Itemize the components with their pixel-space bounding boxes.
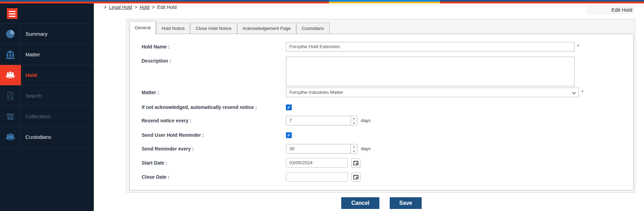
spinner-up-icon[interactable]: ▲ xyxy=(351,144,357,149)
spinner-up-icon[interactable]: ▲ xyxy=(351,116,357,121)
page-title: Edit Hold xyxy=(586,5,635,14)
sidebar-item-search[interactable]: Search xyxy=(0,86,94,106)
sidebar-item-label: Search xyxy=(21,86,42,106)
reminder-every-value: 30 xyxy=(289,144,295,153)
resend-every-stepper[interactable]: 7 ▲ ▼ xyxy=(286,116,357,125)
sidebar-item-matter[interactable]: Matter xyxy=(0,44,94,65)
sidebar-item-hold[interactable]: Hold xyxy=(0,65,94,86)
close-date-label: Close Date : xyxy=(142,174,282,180)
sidebar-item-label: Matter xyxy=(21,44,40,65)
custodians-group-icon xyxy=(4,132,16,142)
tab-acknowledgement-page[interactable]: Acknowledgement Page xyxy=(237,23,296,34)
matter-label: Matter : xyxy=(142,89,282,96)
save-button[interactable]: Save xyxy=(390,197,422,209)
bank-icon xyxy=(5,49,15,60)
matter-select[interactable]: Forsythe Industries Matter xyxy=(286,88,579,97)
auto-resend-label: If not acknowledged, automatically resen… xyxy=(142,104,282,110)
topbar-accent-yellow-segment xyxy=(329,2,440,3)
tab-custodians[interactable]: Custodians xyxy=(296,23,330,34)
pie-chart-icon xyxy=(5,29,15,39)
required-asterisk: * xyxy=(577,44,579,49)
breadcrumb-prefix: > xyxy=(104,4,107,10)
cancel-button[interactable]: Cancel xyxy=(341,197,379,209)
sidebar-nav: Summary Matter xyxy=(0,23,94,147)
send-reminder-checkbox[interactable] xyxy=(286,132,292,138)
hold-name-label: Hold Name : xyxy=(142,44,282,50)
breadcrumb-current: Edit Hold xyxy=(157,4,177,10)
tab-general[interactable]: General xyxy=(129,21,156,34)
hold-name-input[interactable]: Forsythe Hold Extension xyxy=(286,42,575,52)
resend-every-value: 7 xyxy=(289,116,292,125)
auto-resend-checkbox[interactable] xyxy=(286,104,292,110)
breadcrumb-separator: > xyxy=(152,4,155,10)
spinner-down-icon[interactable]: ▼ xyxy=(351,121,357,125)
reminder-every-stepper[interactable]: 30 ▲ ▼ xyxy=(286,144,357,154)
sidebar-item-collections[interactable]: Collections xyxy=(0,106,94,127)
sidebar: Summary Matter xyxy=(0,3,94,211)
breadcrumb-separator: > xyxy=(134,4,137,10)
reminder-every-label: Send Reminder every : xyxy=(142,146,282,152)
top-decorative-bar xyxy=(0,0,644,3)
tab-strip: General Hold Notice Close Hold Notice Ac… xyxy=(129,21,330,34)
required-asterisk: * xyxy=(581,89,583,95)
sidebar-item-summary[interactable]: Summary xyxy=(0,24,94,44)
send-reminder-label: Send User Hold Reminder : xyxy=(142,132,282,138)
description-textarea[interactable] xyxy=(286,57,575,86)
start-date-label: Start Date : xyxy=(142,160,282,166)
sidebar-item-custodians[interactable]: Custodians xyxy=(0,127,94,147)
document-search-icon xyxy=(5,91,15,101)
breadcrumb: > Legal Hold > Hold > Edit Hold xyxy=(104,4,177,10)
sidebar-item-label: Custodians xyxy=(21,127,51,147)
calendar-icon xyxy=(353,161,358,165)
tab-close-hold-notice[interactable]: Close Hold Notice xyxy=(190,23,237,34)
reminder-every-suffix: days xyxy=(361,144,371,154)
sidebar-item-label: Collections xyxy=(21,106,51,126)
spinner-down-icon[interactable]: ▼ xyxy=(351,149,357,153)
breadcrumb-link-hold[interactable]: Hold xyxy=(140,4,149,10)
sidebar-item-label: Hold xyxy=(21,65,37,85)
close-date-calendar-button[interactable] xyxy=(351,173,360,182)
hamburger-icon xyxy=(9,11,15,12)
general-tab-form: Hold Name : Forsythe Hold Extension * De… xyxy=(129,34,634,190)
sidebar-item-label: Summary xyxy=(21,24,47,44)
tab-hold-notice[interactable]: Hold Notice xyxy=(156,23,190,34)
matter-select-value: Forsythe Industries Matter xyxy=(289,90,343,95)
calendar-icon xyxy=(353,175,358,179)
description-label: Description : xyxy=(142,58,282,64)
archive-box-icon xyxy=(5,111,15,122)
resend-every-label: Resend notice every : xyxy=(142,118,282,124)
topbar-red-stripe xyxy=(0,2,644,3)
hamburger-menu-button[interactable] xyxy=(7,8,18,19)
start-date-calendar-button[interactable] xyxy=(351,158,360,168)
close-date-input[interactable] xyxy=(286,172,348,182)
edit-hold-panel: General Hold Notice Close Hold Notice Ac… xyxy=(126,19,635,193)
breadcrumb-link-legal-hold[interactable]: Legal Hold xyxy=(109,4,132,10)
people-group-icon xyxy=(4,70,16,80)
start-date-input[interactable]: 03/05/2024 xyxy=(286,158,348,168)
chevron-down-icon xyxy=(572,90,576,94)
resend-every-suffix: days xyxy=(361,116,371,125)
